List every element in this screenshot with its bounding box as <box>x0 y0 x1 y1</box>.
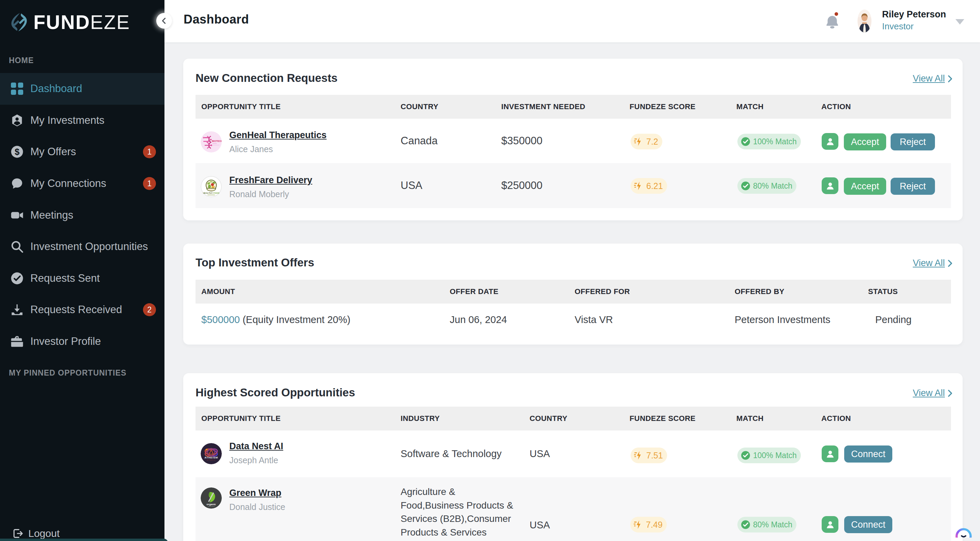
svg-text:ATHEISM: ATHEISM <box>204 456 218 459</box>
svg-text:BIOTECH: BIOTECH <box>212 140 222 142</box>
svg-text:green natural: green natural <box>208 506 215 507</box>
svg-text:organic: organic <box>207 503 216 506</box>
svg-text:$: $ <box>15 147 19 157</box>
svg-text:STUDIO: STUDIO <box>207 459 216 461</box>
svg-text:HEALTHY FOOD: HEALTHY FOOD <box>203 192 220 194</box>
